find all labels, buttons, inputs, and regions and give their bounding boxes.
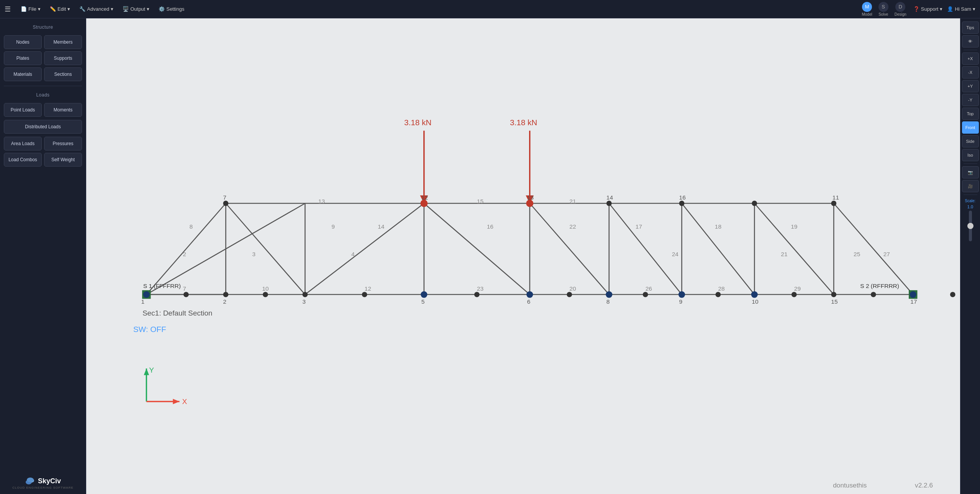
menu-file[interactable]: 📄File▾ <box>17 5 44 13</box>
file-icon: 📄 <box>21 6 27 12</box>
logo-row: SkyCiv <box>25 477 61 485</box>
mode-solve[interactable]: S Solve <box>876 1 891 17</box>
svg-text:15: 15 <box>477 198 483 204</box>
distributed-loads-row: Distributed Loads <box>4 120 82 134</box>
screenshot-button[interactable]: 📷 <box>962 166 979 178</box>
main-layout: Structure Nodes Members Plates Supports … <box>0 18 980 494</box>
svg-text:12: 12 <box>365 285 371 292</box>
svg-text:29: 29 <box>794 285 801 292</box>
user-menu[interactable]: 👤 Hi Sam ▾ <box>947 6 975 12</box>
support-button[interactable]: ❓ Support ▾ <box>913 6 943 12</box>
top-menu: 📄File▾ ✏️Edit▾ 🔧Advanced▾ 🖥️Output▾ ⚙️Se… <box>17 5 856 13</box>
node-b9 <box>792 292 797 297</box>
members-button[interactable]: Members <box>44 35 82 49</box>
canvas-area[interactable]: 3.18 kN 3.18 kN S 1 (FFFFRR) S 2 (RFFRRR… <box>86 18 960 494</box>
svg-rect-3 <box>93 18 953 494</box>
mode-design[interactable]: D Design <box>892 1 909 17</box>
loads-section-label: Loads <box>4 92 82 98</box>
node-t12 <box>421 200 427 206</box>
minus-y-button[interactable]: -Y <box>962 94 979 106</box>
advanced-icon: 🔧 <box>79 6 85 12</box>
node-2 <box>223 292 228 297</box>
support-label-2: S 2 (RFFRRR) <box>860 283 899 289</box>
area-loads-button[interactable]: Area Loads <box>4 137 42 150</box>
svg-text:25: 25 <box>854 251 860 257</box>
svg-text:21: 21 <box>781 251 787 257</box>
node-6b <box>184 292 189 297</box>
menu-output[interactable]: 🖥️Output▾ <box>119 5 153 13</box>
supports-button[interactable]: Supports <box>44 51 82 65</box>
node-tC <box>831 201 836 206</box>
node-t7 <box>223 201 228 206</box>
side-view-button[interactable]: Side <box>962 135 979 147</box>
right-toolbar: Tips 👁 +X -X +Y -Y Top Front Side Iso 📷 … <box>960 18 980 494</box>
node-15 <box>831 292 836 297</box>
load-combos-button[interactable]: Load Combos <box>4 153 42 167</box>
section-info: Sec1: Default Section <box>143 309 212 317</box>
version-label: v2.2.6 <box>915 481 933 489</box>
svg-text:20: 20 <box>569 285 576 292</box>
svg-text:13: 13 <box>318 198 325 204</box>
menu-edit[interactable]: ✏️Edit▾ <box>46 5 74 13</box>
menu-settings[interactable]: ⚙️Settings <box>155 5 188 13</box>
svg-text:14: 14 <box>378 223 385 230</box>
mode-model[interactable]: M Model <box>859 1 874 17</box>
moments-button[interactable]: Moments <box>44 103 82 117</box>
design-label: Design <box>895 12 906 16</box>
scale-value: 1.0 <box>967 204 973 209</box>
pressures-button[interactable]: Pressures <box>44 137 82 150</box>
solve-icon: S <box>878 2 888 12</box>
svg-text:3: 3 <box>252 251 256 257</box>
plus-x-button[interactable]: +X <box>962 52 979 65</box>
svg-text:5: 5 <box>421 298 425 305</box>
plates-button[interactable]: Plates <box>4 51 42 65</box>
top-view-button[interactable]: Top <box>962 108 979 120</box>
video-button[interactable]: 🎥 <box>962 180 979 192</box>
svg-text:15: 15 <box>831 298 837 305</box>
front-view-button[interactable]: Front <box>962 121 979 134</box>
sections-button[interactable]: Sections <box>44 67 82 81</box>
svg-text:24: 24 <box>672 251 679 257</box>
point-loads-button[interactable]: Point Loads <box>4 103 42 117</box>
node-b5 <box>474 292 480 297</box>
node-8 <box>606 291 612 298</box>
scale-slider[interactable] <box>969 211 972 241</box>
iso-view-button[interactable]: Iso <box>962 149 979 161</box>
svg-text:Y: Y <box>149 366 154 374</box>
plus-y-button[interactable]: +Y <box>962 80 979 92</box>
materials-button[interactable]: Materials <box>4 67 42 81</box>
svg-text:23: 23 <box>477 285 483 292</box>
eye-button[interactable]: 👁 <box>962 35 979 47</box>
node-10 <box>751 291 758 298</box>
node-9 <box>678 291 685 298</box>
svg-text:7: 7 <box>183 285 186 292</box>
toolbar-divider-2 <box>964 164 977 164</box>
nodes-button[interactable]: Nodes <box>4 35 42 49</box>
loads-buttons-2: Area Loads Pressures Load Combos Self We… <box>4 137 82 167</box>
self-weight-button[interactable]: Self Weight <box>44 153 82 167</box>
node-6 <box>526 291 533 298</box>
svg-text:14: 14 <box>606 194 613 201</box>
svg-text:11: 11 <box>833 194 839 201</box>
svg-text:X: X <box>182 397 187 406</box>
svg-text:2: 2 <box>183 251 186 257</box>
svg-text:10: 10 <box>262 285 269 292</box>
distributed-loads-button[interactable]: Distributed Loads <box>4 120 82 134</box>
node-1 <box>143 291 150 298</box>
svg-text:17: 17 <box>636 223 642 230</box>
svg-text:4: 4 <box>351 251 355 257</box>
menu-advanced[interactable]: 🔧Advanced▾ <box>75 5 117 13</box>
node-b8 <box>715 292 721 297</box>
minus-x-button[interactable]: -X <box>962 66 979 79</box>
topbar: ☰ 📄File▾ ✏️Edit▾ 🔧Advanced▾ 🖥️Output▾ ⚙️… <box>0 0 980 18</box>
tips-button[interactable]: Tips <box>962 21 979 34</box>
node-5 <box>421 291 427 298</box>
svg-text:21: 21 <box>569 198 576 204</box>
svg-text:28: 28 <box>718 285 724 292</box>
svg-text:13: 13 <box>527 194 534 201</box>
node-b11 <box>950 292 955 297</box>
svg-text:16: 16 <box>679 194 686 201</box>
svg-text:9: 9 <box>679 298 683 305</box>
user-label: Hi Sam <box>955 6 971 12</box>
hamburger-menu[interactable]: ☰ <box>5 5 11 13</box>
